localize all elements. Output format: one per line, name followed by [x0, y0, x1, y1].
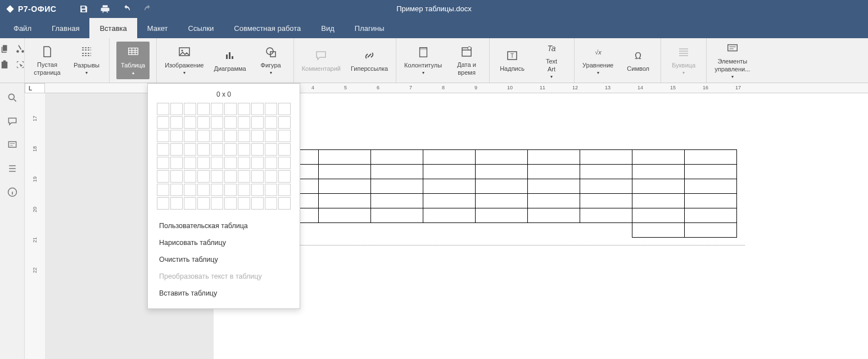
table-cell[interactable] — [476, 165, 528, 179]
table-grid-cell[interactable] — [238, 157, 250, 169]
table-cell[interactable] — [528, 150, 580, 165]
table-grid-cell[interactable] — [251, 130, 264, 142]
table-cell[interactable] — [685, 150, 737, 165]
table-cell[interactable] — [528, 194, 580, 208]
table-grid-cell[interactable] — [238, 116, 250, 129]
table-cell[interactable] — [423, 194, 476, 208]
table-grid-cell[interactable] — [251, 143, 264, 156]
menu-item-3[interactable]: Макет — [137, 18, 178, 38]
table-cell[interactable] — [371, 223, 423, 238]
caption-button[interactable]: T Надпись — [496, 46, 528, 75]
table-grid-cell[interactable] — [157, 116, 169, 129]
table-menu-item-1[interactable]: Нарисовать таблицу — [148, 234, 300, 251]
table-grid-cell[interactable] — [238, 130, 250, 142]
table-cell[interactable] — [632, 165, 685, 179]
table-grid-cell[interactable] — [197, 103, 210, 115]
table-grid-cell[interactable] — [211, 184, 223, 196]
menu-item-2[interactable]: Вставка — [89, 18, 137, 38]
table-grid-cell[interactable] — [170, 157, 183, 169]
table-grid-cell[interactable] — [197, 143, 210, 156]
table-cell[interactable] — [371, 208, 423, 223]
table-cell[interactable] — [319, 165, 371, 179]
image-button[interactable]: Изображение▾ — [164, 43, 205, 78]
table-grid-cell[interactable] — [224, 170, 237, 183]
table-cell[interactable] — [632, 179, 685, 194]
table-grid-cell[interactable] — [278, 130, 291, 142]
table-cell[interactable] — [476, 179, 528, 194]
table-grid-cell[interactable] — [251, 170, 264, 183]
table-cell[interactable] — [423, 208, 476, 223]
table-grid-cell[interactable] — [211, 116, 223, 129]
table-grid-cell[interactable] — [224, 157, 237, 169]
chat-panel-icon[interactable] — [7, 139, 18, 151]
table-grid-cell[interactable] — [278, 197, 291, 210]
table-grid-cell[interactable] — [251, 184, 264, 196]
table-grid-cell[interactable] — [211, 170, 223, 183]
table-cell[interactable] — [423, 179, 476, 194]
table-button[interactable]: Таблица▴ — [116, 42, 150, 79]
table-cell[interactable] — [371, 165, 423, 179]
table-grid-cell[interactable] — [211, 197, 223, 210]
table-grid-cell[interactable] — [184, 157, 196, 169]
table-grid-cell[interactable] — [197, 130, 210, 142]
table-cell[interactable] — [580, 208, 632, 223]
table-grid-cell[interactable] — [197, 197, 210, 210]
table-grid-cell[interactable] — [238, 184, 250, 196]
table-grid-cell[interactable] — [157, 157, 169, 169]
menu-item-1[interactable]: Главная — [42, 18, 89, 38]
table-grid-cell[interactable] — [224, 197, 237, 210]
text-art-button[interactable]: Ta Text Art▾ — [536, 39, 567, 82]
table-cell[interactable] — [632, 208, 685, 223]
table-grid-cell[interactable] — [224, 143, 237, 156]
table-grid-cell[interactable] — [184, 130, 196, 142]
table-grid-cell[interactable] — [265, 184, 277, 196]
table-grid-cell[interactable] — [251, 116, 264, 129]
table-cell[interactable] — [319, 208, 371, 223]
table-cell[interactable] — [423, 223, 476, 238]
header-footer-button[interactable]: Колонтитулы▾ — [403, 43, 443, 78]
table-cell[interactable] — [685, 179, 737, 194]
table-grid-cell[interactable] — [197, 184, 210, 196]
table-cell[interactable] — [319, 194, 371, 208]
table-grid-cell[interactable] — [265, 157, 277, 169]
table-size-grid[interactable] — [148, 103, 300, 214]
date-time-button[interactable]: Дата и время — [451, 42, 482, 79]
table-grid-cell[interactable] — [265, 143, 277, 156]
table-grid-cell[interactable] — [238, 197, 250, 210]
blank-page-button[interactable]: Пустая страница — [31, 42, 63, 79]
table-grid-cell[interactable] — [184, 116, 196, 129]
table-grid-cell[interactable] — [251, 197, 264, 210]
search-icon[interactable] — [7, 92, 18, 103]
table-grid-cell[interactable] — [265, 103, 277, 115]
chart-button[interactable]: Диаграмма — [213, 46, 247, 75]
table-cell[interactable] — [423, 165, 476, 179]
table-grid-cell[interactable] — [265, 130, 277, 142]
table-cell[interactable] — [580, 223, 632, 238]
table-cell[interactable] — [632, 194, 685, 208]
table-cell[interactable] — [685, 194, 737, 208]
table-grid-cell[interactable] — [251, 103, 264, 115]
table-menu-item-2[interactable]: Очистить таблицу — [148, 251, 300, 268]
table-cell[interactable] — [528, 165, 580, 179]
shape-button[interactable]: Фигура▾ — [255, 43, 287, 78]
table-cell[interactable] — [371, 150, 423, 165]
table-grid-cell[interactable] — [224, 184, 237, 196]
table-grid-cell[interactable] — [224, 130, 237, 142]
table-cell[interactable] — [476, 150, 528, 165]
table-grid-cell[interactable] — [157, 184, 169, 196]
table-grid-cell[interactable] — [170, 103, 183, 115]
table-cell[interactable] — [528, 179, 580, 194]
table-grid-cell[interactable] — [278, 143, 291, 156]
table-grid-cell[interactable] — [157, 103, 169, 115]
copy-icon[interactable] — [0, 44, 10, 54]
table-grid-cell[interactable] — [157, 170, 169, 183]
table-cell[interactable] — [423, 150, 476, 165]
table-cell[interactable] — [319, 223, 371, 238]
table-grid-cell[interactable] — [211, 103, 223, 115]
menu-item-6[interactable]: Вид — [311, 18, 345, 38]
table-grid-cell[interactable] — [170, 130, 183, 142]
table-grid-cell[interactable] — [238, 103, 250, 115]
table-cell[interactable] — [319, 150, 371, 165]
table-insert-dropdown[interactable]: 0 x 0 Пользовательская таблицаНарисовать… — [147, 83, 300, 309]
table-cell[interactable] — [580, 179, 632, 194]
